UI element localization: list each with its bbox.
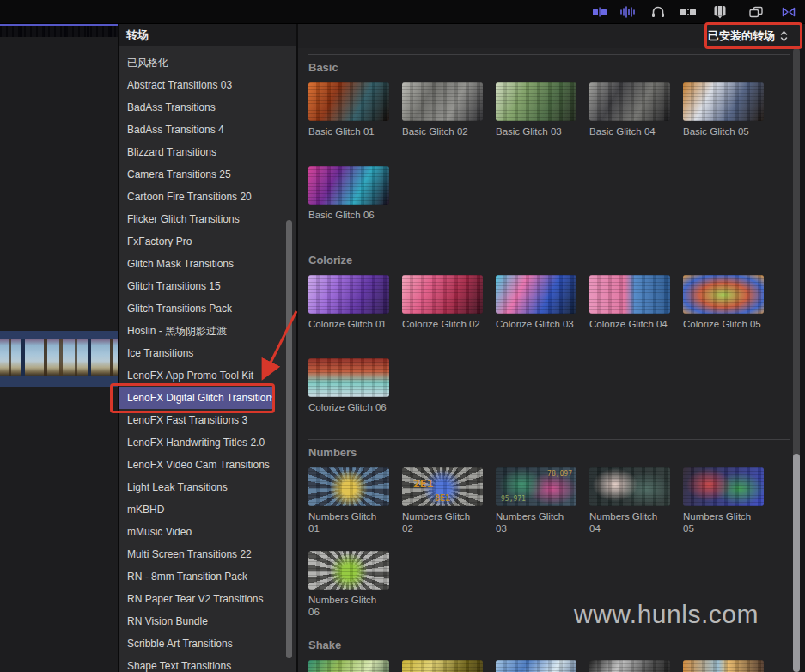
transition-thumbnail[interactable] — [308, 82, 389, 121]
transition-cell: Colorize Glitch 01 — [308, 275, 389, 358]
section-shake: Shake — [308, 632, 790, 672]
sidebar-item[interactable]: mMusic Video — [119, 521, 296, 543]
sidebar-item[interactable]: Cartoon Fire Transitions 20 — [119, 186, 296, 208]
sidebar-item[interactable]: Flicker Glitch Transitions — [119, 208, 296, 230]
sidebar-item[interactable]: LenoFX Handwriting Titles 2.0 — [119, 431, 296, 454]
transition-thumbnail[interactable] — [402, 660, 483, 672]
transition-thumbnail[interactable] — [308, 358, 389, 397]
sidebar-item[interactable]: RN - 8mm Transition Pack — [119, 565, 296, 588]
transition-thumbnail[interactable] — [308, 467, 389, 506]
transition-cell: Basic Glitch 04 — [589, 82, 670, 166]
grid-content: BasicBasic Glitch 01Basic Glitch 02Basic… — [298, 54, 800, 672]
audio-waveform-icon[interactable] — [619, 3, 637, 21]
transition-label: Colorize Glitch 06 — [308, 401, 389, 413]
transition-cell: Numbers Glitch 05 — [683, 467, 764, 551]
transition-cell — [496, 660, 576, 672]
sidebar-item[interactable]: Abstract Transitions 03 — [119, 74, 296, 96]
section-title: Numbers — [308, 446, 790, 459]
sidebar-item[interactable]: RN Vision Bundle — [119, 610, 296, 632]
timeline-panel — [0, 24, 118, 672]
transition-thumbnail[interactable] — [402, 82, 483, 121]
media-browser-icon[interactable] — [712, 3, 728, 21]
transition-cell: 2E18E1Numbers Glitch 02 — [402, 467, 483, 551]
audio-lanes-icon[interactable] — [592, 3, 607, 21]
transition-label: Numbers Glitch 05 — [683, 510, 764, 535]
grid-topbar: 已安装的转场 — [298, 24, 800, 48]
transition-label: Numbers Glitch 01 — [308, 510, 389, 535]
grid-scrollbar-thumb[interactable] — [793, 454, 800, 672]
transition-thumbnail[interactable] — [683, 82, 764, 121]
sidebar-item[interactable]: Shape Text Transitions — [119, 655, 296, 672]
section-title: Shake — [308, 638, 790, 651]
sidebar-item[interactable]: Scribble Art Transitions — [119, 632, 296, 655]
filmstrip-frame — [25, 339, 88, 376]
headphones-icon[interactable] — [650, 3, 666, 21]
sidebar-item[interactable]: mKBHD — [119, 498, 296, 521]
sidebar-item[interactable]: RN Paper Tear V2 Transitions — [119, 588, 296, 610]
sidebar-item[interactable]: Ice Transitions — [119, 342, 296, 364]
transition-cell: Numbers Glitch 04 — [589, 467, 670, 551]
transition-label: Colorize Glitch 04 — [589, 318, 670, 330]
sidebar-item[interactable]: 已风格化 — [119, 52, 296, 74]
sidebar-item[interactable]: LenoFX Fast Transitions 3 — [119, 409, 296, 431]
transition-cell: Colorize Glitch 05 — [683, 275, 764, 358]
sidebar-item[interactable]: BadAss Transitions — [119, 96, 296, 119]
sidebar-item[interactable]: Hoslin - 黑场阴影过渡 — [119, 320, 296, 342]
sidebar-item[interactable]: Multi Screen Transitions 22 — [119, 543, 296, 565]
sidebar-item[interactable]: Glitch Mask Transitions — [119, 253, 296, 275]
transition-thumbnail[interactable] — [683, 660, 764, 672]
sidebar-item[interactable]: LenoFX App Promo Tool Kit — [119, 364, 296, 387]
sidebar-item[interactable]: Light Leak Transitions — [119, 476, 296, 498]
transition-cell: Numbers Glitch 01 — [308, 467, 389, 551]
thumbnail-overlay-text: 95,971 — [501, 495, 526, 503]
transition-thumbnail[interactable] — [683, 467, 764, 506]
transition-thumbnail[interactable] — [496, 660, 576, 672]
sidebar-item[interactable]: BadAss Transitions 4 — [119, 119, 296, 141]
video-clip[interactable] — [0, 331, 118, 387]
transition-cell: 78,09795,971Numbers Glitch 03 — [496, 467, 576, 551]
transition-cell: Numbers Glitch 06 — [308, 551, 389, 634]
installed-transitions-dropdown[interactable]: 已安装的转场 — [708, 28, 788, 44]
transition-thumbnail[interactable] — [683, 275, 764, 314]
sidebar-item[interactable]: Glitch Transitions Pack — [119, 297, 296, 320]
transition-thumbnail[interactable]: 78,09795,971 — [496, 467, 576, 506]
transitions-grid-panel: 已安装的转场 BasicBasic Glitch 01Basic Glitch … — [296, 24, 800, 672]
transition-thumbnail[interactable] — [589, 82, 670, 121]
transition-label: Colorize Glitch 05 — [683, 318, 764, 330]
transition-thumbnail[interactable] — [496, 275, 576, 314]
transition-thumbnail[interactable] — [589, 660, 670, 672]
transition-cell — [402, 660, 483, 672]
sidebar-item[interactable]: Blizzard Transitions — [119, 141, 296, 163]
section-basic: BasicBasic Glitch 01Basic Glitch 02Basic… — [308, 54, 790, 249]
updown-chevron-icon — [780, 30, 788, 42]
transition-thumbnail[interactable] — [308, 551, 389, 590]
sidebar-item[interactable]: LenoFX Video Cam Transitions — [119, 454, 296, 476]
thumbnail-overlay-text: 2E1 — [413, 477, 433, 490]
transition-thumbnail[interactable] — [589, 275, 670, 314]
transition-cell: Basic Glitch 01 — [308, 82, 389, 166]
transition-thumbnail[interactable] — [496, 82, 576, 121]
transition-thumbnail[interactable] — [589, 467, 670, 506]
clips-icon[interactable] — [680, 3, 697, 21]
sidebar-item[interactable]: FxFactory Pro — [119, 230, 296, 253]
transition-thumbnail[interactable] — [308, 166, 389, 205]
top-toolbar — [0, 0, 805, 24]
transition-cell: Colorize Glitch 06 — [308, 358, 389, 442]
section-title: Basic — [308, 61, 790, 74]
section-numbers: NumbersNumbers Glitch 012E18E1Numbers Gl… — [308, 439, 790, 634]
transition-thumbnail[interactable] — [308, 660, 389, 672]
transition-cell: Basic Glitch 05 — [683, 82, 764, 166]
windows-icon[interactable] — [748, 3, 764, 21]
sidebar-item[interactable]: Glitch Transitions 15 — [119, 275, 296, 297]
transitions-icon[interactable] — [781, 3, 796, 21]
transitions-sidebar: 转场 已风格化Abstract Transitions 03BadAss Tra… — [118, 24, 296, 672]
sidebar-item[interactable]: Camera Transitions 25 — [119, 163, 296, 186]
transition-label: Numbers Glitch 02 — [402, 510, 483, 535]
sidebar-scrollbar[interactable] — [286, 220, 292, 658]
transition-thumbnail[interactable]: 2E18E1 — [402, 467, 483, 506]
sidebar-item-selected[interactable]: LenoFX Digital Glitch Transitions — [119, 387, 274, 409]
filmstrip-frame — [0, 339, 21, 376]
transition-thumbnail[interactable] — [308, 275, 389, 314]
transition-thumbnail[interactable] — [402, 275, 483, 314]
fcp-transitions-browser: 转场 已风格化Abstract Transitions 03BadAss Tra… — [0, 0, 805, 672]
